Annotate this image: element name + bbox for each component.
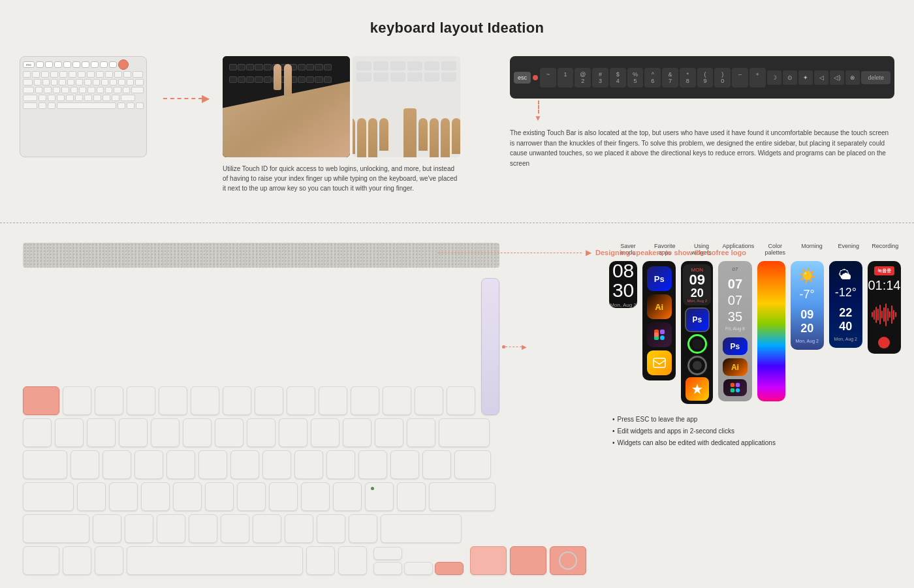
label-colors: Color palettes [759, 243, 791, 256]
saver-date: Mon, Aug 2 [610, 302, 636, 308]
bottom-notes: • Press ESC to leave the app • Edit widg… [609, 414, 901, 449]
section-divider [0, 223, 914, 223]
svg-rect-6 [731, 383, 734, 387]
svg-rect-8 [731, 388, 734, 392]
svg-rect-1 [660, 330, 665, 334]
evening-temp: -12° [835, 286, 857, 300]
svg-point-9 [736, 388, 740, 392]
app-icon-ps: Ps [647, 266, 672, 291]
touchbar-description: The existing Touch Bar is also located a… [510, 128, 894, 168]
preview-evening: 🌥 -12° 22 40 Mon, Aug 2 [829, 261, 862, 348]
app-icon-mail [647, 350, 672, 375]
label-evening: Evening [833, 243, 864, 256]
keyboard-image-left: esc [20, 56, 150, 157]
touch-id-description: Utilize Touch ID for quick access to web… [223, 164, 458, 193]
morning-date: Mon, Aug 2 [795, 339, 818, 343]
svg-rect-4 [654, 333, 659, 337]
label-morning: Morning [796, 243, 827, 256]
note-1: Press ESC to leave the app [618, 414, 698, 426]
keyboard-photos: Utilize Touch ID for quick access to web… [223, 56, 464, 193]
preview-favorite-apps: Ps Ai [642, 261, 676, 380]
label-recording: Recording [870, 243, 901, 256]
recording-stop-button[interactable] [878, 337, 890, 348]
morning-time: 09 20 [800, 308, 813, 335]
applications-ai-icon: Ai [723, 358, 748, 376]
widget-ps-icon: Ps [685, 307, 710, 332]
sidebar-key [481, 278, 499, 415]
preview-widgets: MON 09 20 Mon, Aug 2 Ps [681, 261, 713, 404]
morning-temp: -7° [800, 288, 815, 302]
speaker-label: Designing speakers to show the Lofree lo… [595, 249, 746, 256]
page-title: keyboard layout Ideation [13, 20, 901, 37]
note-2: Edit widgets and apps in 2-second clicks [618, 426, 735, 437]
preview-morning: ☀️ -7° 09 20 Mon, Aug 2 [791, 261, 824, 350]
svg-rect-5 [654, 358, 665, 367]
sidebar-previews: Saver mode Favorite apps Using widgets A… [609, 243, 901, 449]
keyboard-diagram: ▶ Designing speakers to show the Lofree … [13, 243, 596, 585]
preview-color-palettes [757, 261, 785, 401]
evening-date: Mon, Aug 2 [834, 337, 857, 341]
morning-sun-icon: ☀️ [798, 268, 816, 285]
preview-applications: 07 07 07 35 Fri, Aug 8 Ps Ai [718, 261, 751, 401]
widget-circle [687, 334, 707, 354]
saver-time: 08 30 [612, 261, 634, 300]
recording-badge: 녹음중 [874, 266, 894, 275]
app-icon-figma [647, 322, 672, 347]
evening-weather-icon: 🌥 [839, 268, 852, 283]
recording-time: 01:14 [868, 278, 900, 293]
touchbar-section: esc ~1@2 #3$4%5 ^6&7*8 (9)0– + ☽ [510, 56, 894, 168]
svg-rect-7 [736, 383, 740, 387]
svg-point-3 [660, 335, 665, 340]
preview-recording: 녹음중 01:14 [868, 261, 901, 354]
app-icon-ai: Ai [647, 294, 672, 319]
esc-key [23, 386, 59, 415]
note-3: Widgets can also be edited with dedicate… [618, 437, 776, 449]
preview-saver: 08 30 Mon, Aug 2 [609, 261, 637, 308]
